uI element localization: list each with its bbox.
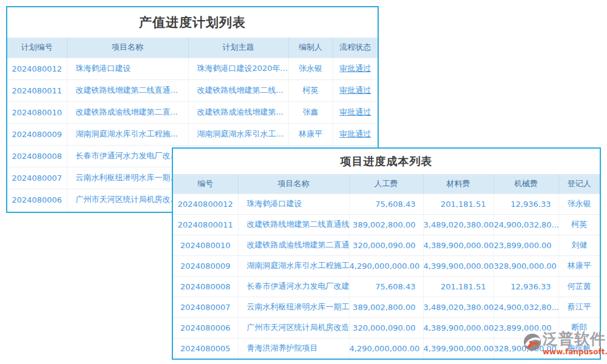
plan-window-title: 产值进度计划列表: [7, 7, 378, 38]
cost-list-window: 项目进度成本列表 编号项目名称人工费材料费机械费登记人 20240800012珠…: [172, 147, 601, 360]
plan-project-link[interactable]: 长春市伊通河水力发电厂改...: [67, 145, 188, 167]
cost-machine-value: 24,900,032,80...: [493, 214, 558, 235]
plan-status-link[interactable]: 审批通过: [333, 79, 378, 101]
cost-material-value: 201,181.51: [423, 194, 493, 214]
cost-project-link[interactable]: 云南水利枢纽潜明水库一期工...: [238, 297, 349, 317]
cost-labor-value: 4,290,000,000.00: [349, 255, 423, 276]
plan-id-link[interactable]: 2024080010: [7, 101, 67, 123]
cost-labor-value: 320,000,090.00: [349, 235, 423, 255]
cost-id-link[interactable]: 2024080006: [173, 317, 238, 338]
plan-column-header: 编制人: [288, 38, 333, 58]
cost-material-value: 4,389,900,000.00: [423, 317, 493, 338]
plan-project-link[interactable]: 改建铁路成渝线增建第二直...: [67, 101, 188, 123]
cost-registrar: 林康平: [558, 255, 600, 276]
plan-project-link[interactable]: 湖南洞庭湖水库引水工程施...: [67, 123, 188, 145]
cost-labor-value: 75,608.43: [349, 276, 423, 297]
cost-project-link[interactable]: 改建铁路线增建第二线直通线...: [238, 214, 349, 235]
cost-id-link[interactable]: 2024080007: [173, 297, 238, 317]
table-row: 20240800011改建铁路线增建第二线直通线...389,002,800.0…: [173, 214, 600, 235]
watermark: 泛普软件 www.fanpusoft.com: [523, 331, 607, 356]
table-row: 2024080012珠海鹤港口建设珠海鹤港口建设2020年...张永银审批通过: [7, 58, 378, 79]
plan-subject-link[interactable]: 珠海鹤港口建设2020年...: [188, 58, 288, 79]
cost-id-link[interactable]: 2024080010: [173, 235, 238, 255]
cost-registrar: 张永银: [558, 194, 600, 214]
plan-subject-link[interactable]: 改建铁路成渝线增建第...: [188, 101, 288, 123]
cost-labor-value: 320,000,090.00: [349, 317, 423, 338]
plan-status-link[interactable]: 审批通过: [333, 101, 378, 123]
table-row: 2024080011改建铁路线增建第二线直通...改建铁路线增建第二线...柯英…: [7, 79, 378, 101]
cost-project-link[interactable]: 湖南洞庭湖水库引水工程施工...: [238, 255, 349, 276]
cost-column-header: 项目名称: [238, 174, 349, 194]
cost-machine-value: 12,936.33: [493, 194, 558, 214]
plan-author: 柯英: [288, 79, 333, 101]
cost-machine-value: 328,900,000.00: [493, 255, 558, 276]
plan-id-link[interactable]: 2024080009: [7, 123, 67, 145]
cost-machine-value: 12,936.33: [493, 276, 558, 297]
cost-registrar: 蔡江平: [558, 297, 600, 317]
cost-machine-value: 23,899,000.00: [493, 235, 558, 255]
table-row: 2024080008长春市伊通河水力发电厂改建...75,608.43201,1…: [173, 276, 600, 297]
cost-material-value: 3,489,020,380.00: [423, 214, 493, 235]
cost-id-link[interactable]: 2024080005: [173, 338, 238, 359]
cost-window-title: 项目进度成本列表: [173, 149, 600, 174]
cost-column-header: 编号: [173, 174, 238, 194]
plan-id-link[interactable]: 2024080006: [7, 189, 67, 211]
cost-column-header: 登记人: [558, 174, 600, 194]
cost-id-link[interactable]: 20240800011: [173, 214, 238, 235]
table-row: 20240800012珠海鹤港口建设75,608.43201,181.5112,…: [173, 194, 600, 214]
cost-project-link[interactable]: 改建铁路成渝线增建第二直通...: [238, 235, 349, 255]
cost-material-value: 4,389,900,000.00: [423, 235, 493, 255]
plan-status-link[interactable]: 审批通过: [333, 58, 378, 79]
cost-id-link[interactable]: 2024080009: [173, 255, 238, 276]
cost-labor-value: 75,608.43: [349, 194, 423, 214]
cost-registrar: 柯英: [558, 214, 600, 235]
plan-column-header: 项目名称: [67, 38, 188, 58]
plan-project-link[interactable]: 改建铁路线增建第二线直通...: [67, 79, 188, 101]
plan-id-link[interactable]: 2024080008: [7, 145, 67, 167]
fanpu-logo-icon: [523, 333, 541, 351]
cost-table-header-row: 编号项目名称人工费材料费机械费登记人: [173, 174, 600, 194]
cost-column-header: 材料费: [423, 174, 493, 194]
plan-id-link[interactable]: 2024080007: [7, 167, 67, 189]
cost-project-link[interactable]: 广州市天河区统计局机房改造...: [238, 317, 349, 338]
cost-project-link[interactable]: 青海洪湖养护院项目: [238, 338, 349, 359]
plan-subject-link[interactable]: 改建铁路线增建第二线...: [188, 79, 288, 101]
cost-material-value: 201,181.51: [423, 276, 493, 297]
plan-author: 张永银: [288, 58, 333, 79]
cost-labor-value: 389,002,800.00: [349, 214, 423, 235]
cost-registrar: 何芷茵: [558, 276, 600, 297]
cost-machine-value: 24,900,032,80...: [493, 297, 558, 317]
plan-status-link[interactable]: 审批通过: [333, 123, 378, 145]
cost-material-value: 4,399,900,000.00: [423, 338, 493, 359]
screenshot-canvas: 产值进度计划列表 计划编号项目名称计划主题编制人流程状态 2024080012珠…: [0, 0, 607, 364]
table-row: 2024080010改建铁路成渝线增建第二直...改建铁路成渝线增建第...张鑫…: [7, 101, 378, 123]
table-row: 2024080009湖南洞庭湖水库引水工程施工...4,290,000,000.…: [173, 255, 600, 276]
cost-project-link[interactable]: 珠海鹤港口建设: [238, 194, 349, 214]
plan-project-link[interactable]: 广州市天河区统计局机房改...: [67, 189, 188, 211]
plan-project-link[interactable]: 云南水利枢纽潜明水库一期...: [67, 167, 188, 189]
watermark-url-text: www.fanpusoft.com: [543, 348, 607, 356]
plan-id-link[interactable]: 2024080011: [7, 79, 67, 101]
table-row: 2024080009湖南洞庭湖水库引水工程施...湖南洞庭湖水库引水工...林康…: [7, 123, 378, 145]
plan-id-link[interactable]: 2024080012: [7, 58, 67, 79]
plan-column-header: 计划主题: [188, 38, 288, 58]
plan-table-header-row: 计划编号项目名称计划主题编制人流程状态: [7, 38, 378, 58]
cost-material-value: 4,399,900,000.00: [423, 255, 493, 276]
plan-subject-link[interactable]: 湖南洞庭湖水库引水工...: [188, 123, 288, 145]
plan-project-link[interactable]: 珠海鹤港口建设: [67, 58, 188, 79]
cost-registrar: 刘健: [558, 235, 600, 255]
table-row: 2024080007云南水利枢纽潜明水库一期工...389,002,800.00…: [173, 297, 600, 317]
cost-column-header: 人工费: [349, 174, 423, 194]
plan-column-header: 计划编号: [7, 38, 67, 58]
cost-id-link[interactable]: 2024080008: [173, 276, 238, 297]
plan-column-header: 流程状态: [333, 38, 378, 58]
cost-column-header: 机械费: [493, 174, 558, 194]
cost-id-link[interactable]: 20240800012: [173, 194, 238, 214]
watermark-brand-text: 泛普软件: [543, 331, 607, 348]
plan-author: 张鑫: [288, 101, 333, 123]
cost-labor-value: 4,290,000,000.00: [349, 338, 423, 359]
cost-labor-value: 389,002,800.00: [349, 297, 423, 317]
cost-project-link[interactable]: 长春市伊通河水力发电厂改建...: [238, 276, 349, 297]
table-row: 2024080010改建铁路成渝线增建第二直通...320,000,090.00…: [173, 235, 600, 255]
cost-material-value: 3,489,020,380.00: [423, 297, 493, 317]
